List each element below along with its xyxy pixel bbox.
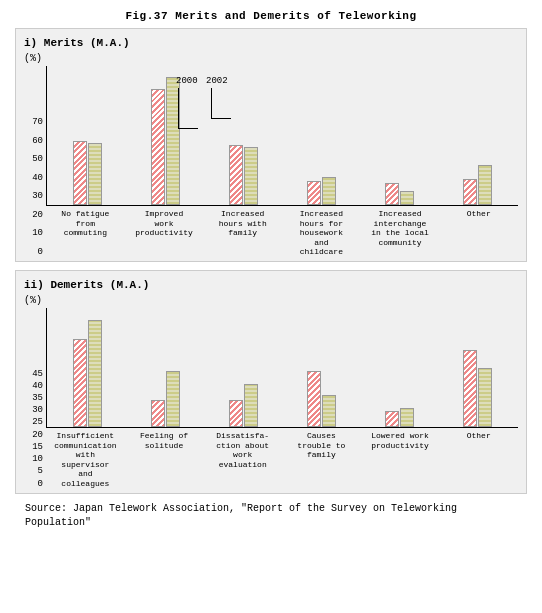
bar-group-5 [440, 165, 516, 205]
bar-label-4: Increased interchange in the local commu… [361, 209, 440, 257]
bar-group-4 [362, 183, 438, 205]
bar-bar-2002 [400, 408, 414, 427]
bar-group-3 [284, 371, 360, 427]
bar-bar-2000 [307, 371, 321, 427]
bar-bar-2000 [463, 179, 477, 205]
fig-title: Fig.37 Merits and Demerits of Teleworkin… [15, 10, 527, 22]
bar-bar-2002 [400, 191, 414, 205]
bar-bar-2002 [322, 177, 336, 205]
bar-bar-2002 [166, 371, 180, 427]
bar-bar-2000 [229, 145, 243, 205]
bar-label-1: Improved work productivity [125, 209, 204, 257]
bar-bar-2000 [463, 350, 477, 427]
bar-group-0 [49, 141, 125, 205]
merits-title: i) Merits (M.A.) [24, 37, 518, 49]
bar-label-1: Feeling of solitude [125, 431, 204, 489]
bar-bar-2000 [385, 183, 399, 205]
bar-bar-2000 [385, 411, 399, 427]
bar-bar-2000 [151, 89, 165, 205]
bar-label-5: Other [439, 431, 518, 489]
bar-bar-2000 [307, 181, 321, 205]
demerits-title: ii) Demerits (M.A.) [24, 279, 518, 291]
bar-bar-2000 [151, 400, 165, 427]
bar-label-0: Insufficient communication with supervis… [46, 431, 125, 489]
bar-label-0: No fatigue from commuting [46, 209, 125, 257]
bar-bar-2002 [166, 77, 180, 205]
bar-bar-2002 [88, 320, 102, 427]
page: Fig.37 Merits and Demerits of Teleworkin… [0, 0, 542, 540]
bar-group-4 [362, 408, 438, 427]
demerits-y-axis: 0 5 10 15 20 25 30 35 40 45 [24, 369, 46, 489]
bar-label-4: Lowered work productivity [361, 431, 440, 489]
bar-bar-2000 [73, 141, 87, 205]
bar-label-3: Increased hours for housework and childc… [282, 209, 361, 257]
bar-label-2: Dissatisfa- ction about work evaluation [203, 431, 282, 489]
merits-y-axis: 0 10 20 30 40 50 60 70 [24, 117, 46, 257]
bar-bar-2000 [73, 339, 87, 427]
bar-group-0 [49, 320, 125, 427]
demerits-section: ii) Demerits (M.A.) (%) 0 5 10 15 20 25 … [15, 270, 527, 494]
bar-bar-2002 [244, 384, 258, 427]
bar-group-5 [440, 350, 516, 427]
bar-bar-2002 [88, 143, 102, 205]
bar-bar-2002 [478, 165, 492, 205]
bar-group-1 [127, 77, 203, 205]
bar-group-3 [284, 177, 360, 205]
bar-bar-2002 [244, 147, 258, 205]
merits-section: i) Merits (M.A.) (%) 0 10 20 30 40 50 60… [15, 28, 527, 262]
demerits-y-label: (%) [24, 295, 518, 306]
bar-bar-2002 [478, 368, 492, 427]
bar-bar-2002 [322, 395, 336, 427]
merits-y-label: (%) [24, 53, 518, 64]
source-text: Source: Japan Telework Association, "Rep… [15, 502, 527, 530]
bar-label-3: Causes trouble to family [282, 431, 361, 489]
bar-group-2 [205, 145, 281, 205]
bar-group-2 [205, 384, 281, 427]
bar-label-2: Increased hours with family [203, 209, 282, 257]
bar-group-1 [127, 371, 203, 427]
bar-bar-2000 [229, 400, 243, 427]
bar-label-5: Other [439, 209, 518, 257]
